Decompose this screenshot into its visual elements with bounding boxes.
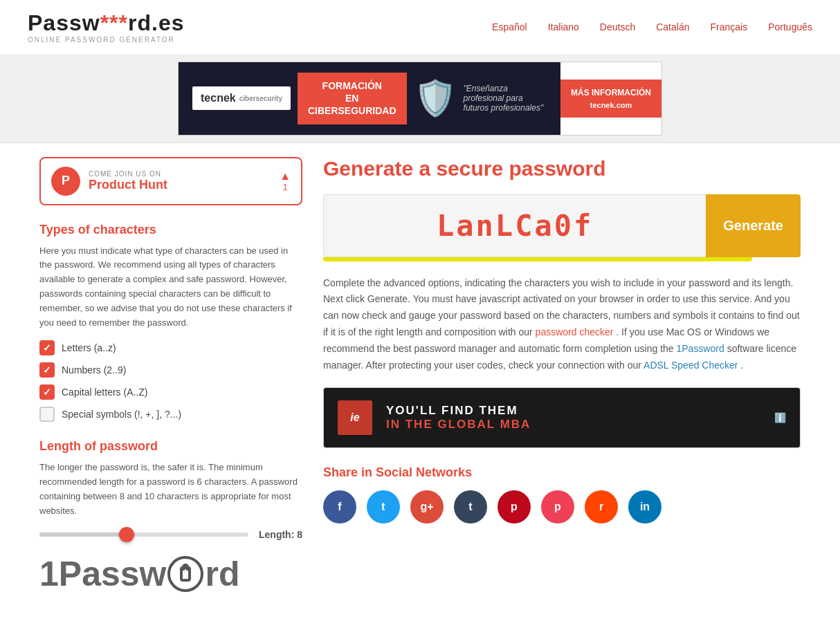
- slider-thumb[interactable]: [119, 527, 134, 542]
- checkbox-list: ✓Letters (a..z)✓Numbers (2..9)✓Capital l…: [39, 340, 302, 422]
- ph-vote-arrow: ▲: [280, 170, 291, 183]
- social-icon-google-plus[interactable]: g+: [410, 490, 444, 523]
- checkbox-label-1: Numbers (2..9): [62, 364, 126, 376]
- ph-text-area: COME JOIN US ON Product Hunt: [89, 170, 271, 192]
- checkbox-1[interactable]: ✓: [39, 362, 55, 378]
- nav-link-español[interactable]: Español: [492, 21, 527, 33]
- password-checker-link[interactable]: password checker: [536, 326, 614, 337]
- content-area: Generate a secure password LanLCa0f Gene…: [323, 157, 801, 594]
- description-text: Complete the advanced options, indicatin…: [323, 275, 801, 374]
- social-title: Share in Social Networks: [323, 465, 801, 480]
- onepassword-icon: [167, 556, 203, 592]
- onepassword-prefix: 1Passw: [39, 554, 166, 594]
- types-desc: Here you must indicate what type of char…: [39, 244, 302, 331]
- checkbox-label-3: Special symbols (!, +, ], ?...): [62, 409, 181, 420]
- length-section: Length of password The longer the passwo…: [39, 439, 302, 539]
- ad-banner-2[interactable]: ie YOU'LL FIND THEM IN THE GLOBAL MBA ℹ️: [323, 387, 801, 448]
- logo-text-end: rd.es: [128, 10, 184, 35]
- social-icon-linkedin[interactable]: in: [628, 490, 661, 523]
- checkbox-3[interactable]: [39, 407, 55, 422]
- social-icon-twitter[interactable]: t: [367, 490, 400, 523]
- ad-cta[interactable]: MÁS INFORMACIÓN tecnek.com: [560, 80, 661, 118]
- ad2-logo: ie: [338, 400, 372, 435]
- social-icon-reddit[interactable]: r: [585, 490, 618, 523]
- checkbox-item-1: ✓Numbers (2..9): [39, 362, 302, 378]
- social-icon-facebook[interactable]: f: [323, 490, 356, 523]
- checkbox-item-3: Special symbols (!, +, ], ?...): [39, 407, 302, 422]
- ad-banner: tecnek cibersecurity FORMACIÓN EN CIBERS…: [0, 55, 840, 143]
- types-title: Types of characters: [39, 223, 302, 237]
- checkbox-item-0: ✓Letters (a..z): [39, 340, 302, 355]
- social-icon-pinterest[interactable]: p: [497, 490, 531, 523]
- checkbox-label-0: Letters (a..z): [62, 342, 116, 353]
- slider-track[interactable]: [39, 532, 248, 537]
- slider-length-label: Length: 8: [259, 529, 302, 540]
- ad2-icon: ℹ️: [774, 412, 786, 423]
- social-icon-pocket[interactable]: p: [541, 490, 574, 523]
- nav-link-français[interactable]: Français: [710, 21, 747, 33]
- ad2-sub-text: IN THE GLOBAL MBA: [386, 418, 531, 432]
- adsl-link[interactable]: ADSL Speed Checker: [643, 360, 738, 371]
- ph-icon: P: [51, 167, 80, 196]
- sidebar: P COME JOIN US ON Product Hunt ▲ 1 Types…: [39, 157, 302, 594]
- onepassword-logo: 1Passw rd: [39, 554, 302, 594]
- logo-text-passw: Passw: [28, 10, 100, 35]
- logo-subtitle: ONLINE PASSWORD GENERATOR: [28, 36, 184, 44]
- ad-shield-icon: 🛡️: [414, 78, 457, 118]
- page-title: Generate a secure password: [323, 157, 801, 180]
- ph-come-text: COME JOIN US ON: [89, 170, 271, 178]
- checkbox-2[interactable]: ✓: [39, 384, 55, 400]
- nav-link-italiano[interactable]: Italiano: [548, 21, 579, 33]
- ad2-left: ie YOU'LL FIND THEM IN THE GLOBAL MBA: [338, 400, 531, 435]
- social-icon-tumblr[interactable]: t: [454, 490, 487, 523]
- password-area: LanLCa0f Generate: [323, 194, 801, 257]
- ad2-text: YOU'LL FIND THEM IN THE GLOBAL MBA: [386, 404, 531, 432]
- nav-links: EspañolItalianoDeutschCatalánFrançaisPor…: [492, 21, 812, 33]
- ph-title: Product Hunt: [89, 178, 271, 192]
- generate-button[interactable]: Generate: [706, 194, 801, 257]
- slider-container: Length: 8: [39, 529, 302, 540]
- length-desc: The longer the password is, the safer it…: [39, 461, 302, 518]
- onepassword-link[interactable]: 1Password: [677, 343, 724, 354]
- ad-inner[interactable]: tecnek cibersecurity FORMACIÓN EN CIBERS…: [178, 62, 662, 136]
- ad-tagline: "Enseñanza profesional para futuros prof…: [464, 84, 547, 113]
- checkbox-item-2: ✓Capital letters (A..Z): [39, 384, 302, 400]
- main-container: P COME JOIN US ON Product Hunt ▲ 1 Types…: [19, 143, 821, 608]
- social-section: Share in Social Networks ftg+tpprin: [323, 465, 801, 523]
- social-icons-container: ftg+tpprin: [323, 490, 801, 523]
- onepassword-promo[interactable]: 1Passw rd: [39, 554, 302, 594]
- ph-vote-count: 1: [283, 183, 288, 192]
- ad-badge: FORMACIÓN EN CIBERSEGURIDAD: [298, 73, 407, 124]
- ph-vote: ▲ 1: [280, 170, 291, 192]
- logo-title: Passw***rd.es: [28, 10, 184, 36]
- onepassword-suffix: rd: [205, 554, 239, 594]
- password-strength-bar: [323, 257, 752, 261]
- tecnek-logo-text: tecnek: [201, 92, 236, 104]
- product-hunt-banner[interactable]: P COME JOIN US ON Product Hunt ▲ 1: [39, 157, 302, 205]
- checkbox-label-2: Capital letters (A..Z): [62, 387, 147, 398]
- types-section: Types of characters Here you must indica…: [39, 223, 302, 423]
- header: Passw***rd.es ONLINE PASSWORD GENERATOR …: [0, 0, 840, 55]
- ad-tecnek: tecnek cibersecurity FORMACIÓN EN CIBERS…: [179, 62, 560, 135]
- checkbox-0[interactable]: ✓: [39, 340, 55, 355]
- length-title: Length of password: [39, 439, 302, 454]
- ad2-main-text: YOU'LL FIND THEM: [386, 404, 531, 418]
- nav-link-deutsch[interactable]: Deutsch: [600, 21, 635, 33]
- nav-link-catalán[interactable]: Catalán: [656, 21, 689, 33]
- password-display: LanLCa0f: [323, 194, 706, 257]
- nav-link-português[interactable]: Português: [768, 21, 812, 33]
- logo-stars: ***: [100, 10, 128, 35]
- slider-fill: [39, 532, 123, 537]
- logo-area: Passw***rd.es ONLINE PASSWORD GENERATOR: [28, 10, 184, 44]
